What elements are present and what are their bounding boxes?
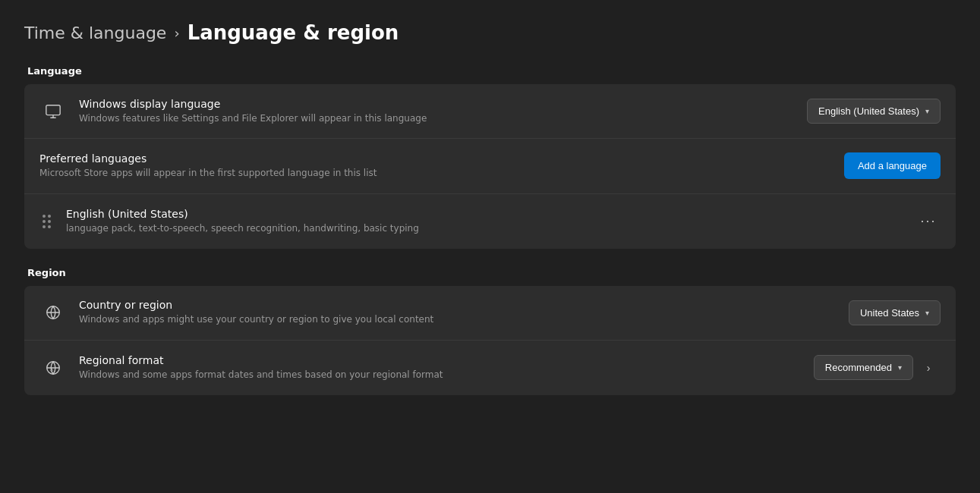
more-options-button[interactable]: ···	[916, 209, 941, 234]
country-region-subtitle: Windows and apps might use your country …	[79, 313, 837, 326]
svg-rect-0	[46, 105, 60, 115]
region-section: Region Country or region Windows and app…	[24, 267, 956, 395]
preferred-languages-content: Preferred languages Microsoft Store apps…	[39, 152, 832, 180]
windows-display-language-content: Windows display language Windows feature…	[79, 98, 795, 125]
country-region-value: United States	[860, 307, 919, 319]
region-settings-card: Country or region Windows and apps might…	[24, 286, 956, 395]
chevron-down-icon: ▾	[925, 309, 929, 317]
country-region-dropdown[interactable]: United States ▾	[849, 300, 941, 325]
drag-dot-5	[43, 225, 46, 228]
country-region-title: Country or region	[79, 299, 837, 311]
windows-display-language-row: Windows display language Windows feature…	[24, 84, 956, 139]
country-region-row: Country or region Windows and apps might…	[24, 286, 956, 341]
english-us-subtitle: language pack, text-to-speech, speech re…	[66, 222, 904, 235]
language-settings-card: Windows display language Windows feature…	[24, 84, 956, 249]
preferred-languages-action: Add a language	[844, 152, 941, 179]
regional-format-dropdown[interactable]: Recommended ▾	[814, 355, 913, 380]
language-section-label: Language	[24, 65, 956, 77]
breadcrumb-current: Language & region	[187, 21, 399, 44]
regional-format-icon: A	[39, 354, 67, 382]
drag-dots	[43, 215, 51, 228]
windows-display-language-title: Windows display language	[79, 98, 795, 110]
regional-format-row: A Regional format Windows and some apps …	[24, 341, 956, 395]
breadcrumb-separator: ›	[174, 25, 179, 41]
drag-dot-6	[48, 225, 51, 228]
regional-format-title: Regional format	[79, 354, 802, 366]
windows-display-language-dropdown[interactable]: English (United States) ▾	[807, 99, 941, 124]
preferred-languages-row: Preferred languages Microsoft Store apps…	[24, 139, 956, 194]
add-language-label: Add a language	[858, 160, 927, 171]
breadcrumb: Time & language › Language & region	[24, 21, 956, 44]
chevron-right-icon: ›	[927, 362, 931, 374]
country-region-content: Country or region Windows and apps might…	[79, 299, 837, 326]
windows-display-language-value: English (United States)	[818, 105, 919, 117]
regional-format-subtitle: Windows and some apps format dates and t…	[79, 369, 802, 382]
regional-format-action: Recommended ▾ ›	[814, 355, 941, 380]
language-section: Language Windows display language Window…	[24, 65, 956, 249]
page-container: Time & language › Language & region Lang…	[0, 0, 980, 422]
monitor-icon	[39, 98, 67, 125]
chevron-down-icon: ▾	[898, 363, 902, 372]
drag-dot-2	[48, 215, 51, 218]
drag-dot-3	[43, 220, 46, 223]
region-section-label: Region	[24, 267, 956, 278]
drag-handle[interactable]	[39, 212, 54, 231]
regional-format-value: Recommended	[825, 362, 892, 373]
breadcrumb-parent[interactable]: Time & language	[24, 24, 166, 42]
english-us-action: ···	[916, 209, 941, 234]
country-region-action: United States ▾	[849, 300, 941, 325]
globe-icon	[39, 299, 67, 326]
add-language-button[interactable]: Add a language	[844, 152, 941, 179]
svg-text:A: A	[50, 366, 53, 371]
english-us-row: English (United States) language pack, t…	[24, 194, 956, 249]
drag-dot-4	[48, 220, 51, 223]
regional-format-expand-button[interactable]: ›	[916, 356, 941, 380]
regional-format-content: Regional format Windows and some apps fo…	[79, 354, 802, 382]
preferred-languages-subtitle: Microsoft Store apps will appear in the …	[39, 167, 832, 180]
windows-display-language-subtitle: Windows features like Settings and File …	[79, 112, 795, 125]
chevron-down-icon: ▾	[925, 107, 929, 115]
windows-display-language-action: English (United States) ▾	[807, 99, 941, 124]
drag-dot-1	[43, 215, 46, 218]
english-us-title: English (United States)	[66, 208, 904, 220]
preferred-languages-title: Preferred languages	[39, 152, 832, 165]
more-options-icon: ···	[920, 213, 936, 229]
english-us-content: English (United States) language pack, t…	[66, 208, 904, 235]
